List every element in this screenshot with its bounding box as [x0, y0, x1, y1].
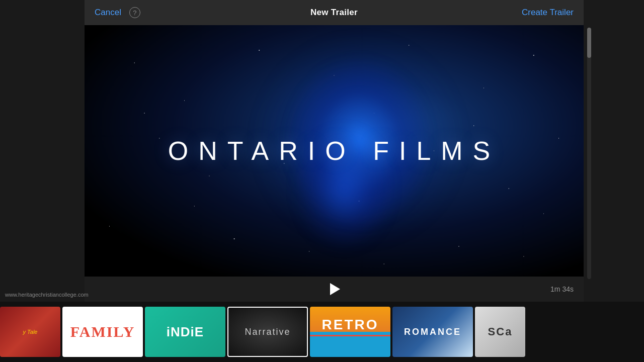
watermark: www.heritagechristiancollege.com: [5, 292, 89, 298]
thumbnail-romance[interactable]: ROMANCE: [392, 307, 473, 357]
preview-title-text: ONTARIO FILMS: [168, 136, 501, 166]
indie-label: iNDiE: [167, 324, 204, 340]
thumbnail-fairytale[interactable]: y Tale: [0, 307, 60, 357]
controls-bar: 1m 34s: [85, 277, 584, 302]
thumbnail-strip: y Tale FAMILY iNDiE Narrative RETRO ROMA…: [0, 302, 644, 362]
family-label: FAMILY: [70, 323, 135, 340]
top-bar-left: Cancel ?: [95, 7, 140, 18]
cancel-button[interactable]: Cancel: [95, 8, 121, 18]
duration-label: 1m 34s: [550, 285, 574, 293]
preview-background: ONTARIO FILMS: [85, 25, 584, 277]
romance-label: ROMANCE: [404, 327, 461, 337]
play-button[interactable]: [330, 283, 340, 295]
narrative-label: Narrative: [245, 327, 290, 337]
scary-label: SCa: [488, 325, 513, 338]
thumbnail-scary[interactable]: SCa: [475, 307, 525, 357]
top-bar: Cancel ? New Trailer Create Trailer: [85, 0, 584, 25]
fairytale-label: y Tale: [23, 328, 38, 335]
retro-label: RETRO: [322, 317, 379, 333]
thumbnail-narrative[interactable]: Narrative: [227, 307, 308, 357]
scrollbar-track[interactable]: [587, 28, 591, 279]
thumbnail-retro[interactable]: RETRO: [310, 307, 390, 357]
thumbnail-indie[interactable]: iNDiE: [145, 307, 225, 357]
page-title: New Trailer: [310, 8, 358, 18]
scrollbar-thumb[interactable]: [587, 28, 591, 58]
thumbnail-family[interactable]: FAMILY: [62, 307, 143, 357]
create-trailer-button[interactable]: Create Trailer: [522, 8, 574, 18]
preview-area: ONTARIO FILMS: [85, 25, 584, 277]
help-button[interactable]: ?: [129, 7, 140, 18]
